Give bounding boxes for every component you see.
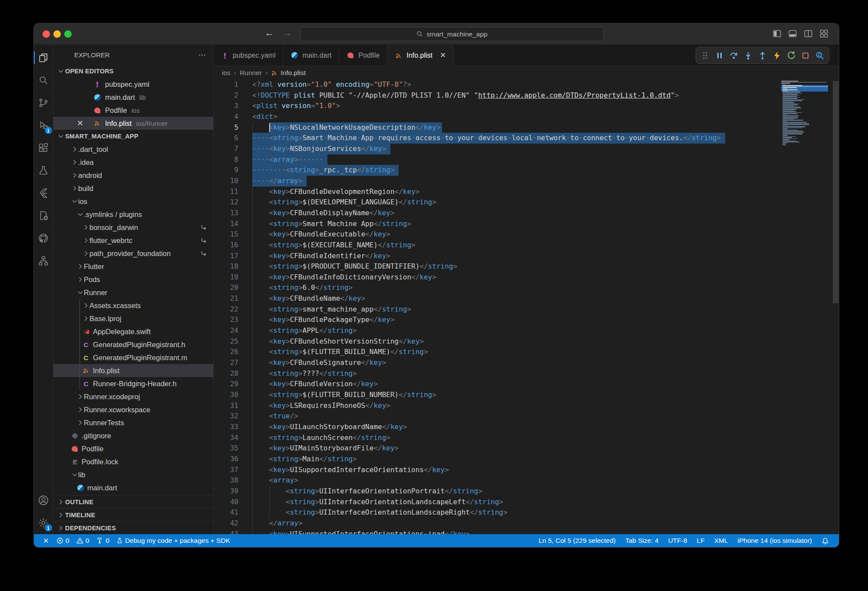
activity-project-manager-icon[interactable]: [34, 204, 53, 227]
activity-extensions-icon[interactable]: [34, 137, 53, 159]
line-number[interactable]: 42: [214, 518, 238, 529]
tree-item-android[interactable]: android: [53, 169, 213, 182]
tree-item-lib[interactable]: lib: [53, 468, 213, 481]
nav-back-icon[interactable]: ←: [265, 28, 274, 38]
line-number[interactable]: 39: [214, 486, 238, 497]
tree-item-.idea[interactable]: .idea: [53, 156, 213, 169]
tree-item-bonsoir_darwin[interactable]: bonsoir_darwin: [53, 221, 213, 234]
breadcrumb[interactable]: ios›Runner›Info.plist: [214, 66, 839, 79]
line-number[interactable]: 3: [214, 101, 238, 112]
code-line-27[interactable]: 27 <key>CFBundleSignature</key>: [214, 358, 839, 368]
activity-testing-icon[interactable]: [34, 159, 53, 182]
minimize-window-button[interactable]: [53, 30, 61, 38]
code-line-32[interactable]: 32 <true/>: [214, 411, 839, 422]
tree-item-Base.lproj[interactable]: Base.lproj: [53, 312, 213, 325]
line-number[interactable]: 23: [214, 315, 238, 325]
line-number[interactable]: 5: [214, 122, 238, 133]
project-section-header[interactable]: SMART_MACHINE_APP: [53, 130, 213, 143]
code-line-9[interactable]: 9········<string>_rpc._tcp</string>: [214, 165, 839, 176]
line-number[interactable]: 17: [214, 251, 238, 262]
code-line-5[interactable]: 5 <key>NSLocalNetworkUsageDescription</k…: [214, 122, 839, 133]
tree-item-.gitignore[interactable]: .gitignore: [53, 429, 213, 442]
line-number[interactable]: 31: [214, 401, 238, 411]
code-line-10[interactable]: 10····</array>: [214, 176, 839, 187]
code-line-12[interactable]: 12 <string>$(DEVELOPMENT_LANGUAGE)</stri…: [214, 197, 839, 208]
activity-search-icon[interactable]: [34, 69, 53, 92]
code-line-4[interactable]: 4<dict>: [214, 112, 839, 122]
code-line-41[interactable]: 41 <string>UIInterfaceOrientationLandsca…: [214, 507, 839, 518]
tree-item-build[interactable]: build: [53, 182, 213, 195]
line-number[interactable]: 13: [214, 208, 238, 219]
tree-item-Podfile.lock[interactable]: Podfile.lock: [53, 455, 213, 468]
status-error-icon[interactable]: 0: [53, 537, 73, 545]
code-line-3[interactable]: 3<plist version="1.0">: [214, 101, 839, 112]
status-bell-icon[interactable]: [817, 537, 834, 545]
code-line-34[interactable]: 34 <string>LaunchScreen</string>: [214, 433, 839, 443]
tree-item-Info.plist[interactable]: Info.plist: [53, 364, 213, 377]
line-number[interactable]: 16: [214, 240, 238, 251]
line-number[interactable]: 20: [214, 282, 238, 293]
code-line-31[interactable]: 31 <key>LSRequiresIPhoneOS</key>: [214, 401, 839, 411]
code-line-8[interactable]: 8····<array>······: [214, 154, 839, 165]
code-line-23[interactable]: 23 <key>CFBundlePackageType</key>: [214, 315, 839, 325]
activity-settings-gear-icon[interactable]: 1: [34, 512, 53, 534]
tree-item-flutter_webrtc[interactable]: flutter_webrtc: [53, 234, 213, 247]
tree-item-Runner.xcodeproj[interactable]: Runner.xcodeproj: [53, 390, 213, 403]
status-UTF-8[interactable]: UTF-8: [663, 537, 692, 545]
line-number[interactable]: 2: [214, 90, 238, 101]
tree-item-.symlinks / plugins[interactable]: .symlinks / plugins: [53, 208, 213, 221]
tree-item-Runner.xcworkspace[interactable]: Runner.xcworkspace: [53, 403, 213, 416]
tree-item-AppDelegate.swift[interactable]: AppDelegate.swift: [53, 325, 213, 338]
line-number[interactable]: 15: [214, 229, 238, 240]
split-editor-icon[interactable]: [804, 29, 813, 38]
line-number[interactable]: 32: [214, 411, 238, 422]
code-line-42[interactable]: 42 </array>: [214, 518, 839, 529]
open-editor-pubspec.yaml[interactable]: !pubspec.yaml: [53, 78, 213, 91]
code-line-33[interactable]: 33 <key>UILaunchStoryboardName</key>: [214, 422, 839, 433]
code-line-29[interactable]: 29 <key>CFBundleVersion</key>: [214, 379, 839, 390]
code-line-30[interactable]: 30 <string>$(FLUTTER_BUILD_NUMBER)</stri…: [214, 390, 839, 401]
line-number[interactable]: 34: [214, 433, 238, 443]
open-editors-section-header[interactable]: OPEN EDITORS: [53, 65, 213, 78]
zoom-window-button[interactable]: [64, 30, 72, 38]
code-line-21[interactable]: 21 <key>CFBundleName</key>: [214, 293, 839, 304]
code-line-20[interactable]: 20 <string>6.0</string>: [214, 282, 839, 293]
customize-layout-icon[interactable]: [819, 29, 828, 38]
tree-item-Podfile[interactable]: Podfile: [53, 442, 213, 455]
hot-reload-icon[interactable]: [770, 49, 783, 62]
line-number[interactable]: 37: [214, 465, 238, 476]
line-number[interactable]: 19: [214, 272, 238, 283]
code-line-19[interactable]: 19 <key>CFBundleInfoDictionaryVersion</k…: [214, 272, 839, 283]
section-outline[interactable]: OUTLINE: [53, 495, 213, 508]
close-icon[interactable]: ✕: [77, 118, 83, 128]
line-number[interactable]: 10: [214, 176, 238, 187]
tree-item-GeneratedPluginRegistrant.h[interactable]: CGeneratedPluginRegistrant.h: [53, 338, 213, 351]
breadcrumb-file[interactable]: Info.plist: [271, 69, 306, 77]
inspect-widget-icon[interactable]: [813, 49, 826, 62]
code-line-26[interactable]: 26 <string>$(FLUTTER_BUILD_NAME)</string…: [214, 347, 839, 358]
code-line-39[interactable]: 39 <string>UIInterfaceOrientationPortrai…: [214, 486, 839, 497]
tree-item-ios[interactable]: ios: [53, 195, 213, 208]
tab-main.dart[interactable]: main.dart: [284, 45, 340, 66]
line-number[interactable]: 41: [214, 507, 238, 518]
status-XML[interactable]: XML: [710, 537, 733, 545]
line-number[interactable]: 30: [214, 390, 238, 401]
status-iPhone 14 (ios simulator)[interactable]: iPhone 14 (ios simulator): [733, 537, 817, 545]
code-line-6[interactable]: 6····<string>Smart·Machine·App·requires·…: [214, 133, 839, 144]
line-number[interactable]: 11: [214, 187, 238, 197]
code-line-28[interactable]: 28 <string>????</string>: [214, 368, 839, 379]
step-over-icon[interactable]: [727, 49, 740, 62]
line-number[interactable]: 36: [214, 454, 238, 465]
line-number[interactable]: 14: [214, 219, 238, 230]
tree-item-Flutter[interactable]: Flutter: [53, 260, 213, 273]
code-line-40[interactable]: 40 <string>UIInterfaceOrientationLandsca…: [214, 497, 839, 508]
code-line-35[interactable]: 35 <key>UIMainStoryboardFile</key>: [214, 443, 839, 454]
code-line-38[interactable]: 38 <array>: [214, 475, 839, 486]
line-number[interactable]: 24: [214, 325, 238, 336]
status-remote-icon[interactable]: [39, 537, 53, 544]
open-editor-main.dart[interactable]: main.dartlib: [53, 91, 213, 104]
code-line-18[interactable]: 18 <string>$(PRODUCT_BUNDLE_IDENTIFIER)<…: [214, 261, 839, 272]
code-line-14[interactable]: 14 <string>Smart Machine App</string>: [214, 219, 839, 230]
code-line-16[interactable]: 16 <string>$(EXECUTABLE_NAME)</string>: [214, 240, 839, 251]
code-line-22[interactable]: 22 <string>smart_machine_app</string>: [214, 304, 839, 315]
